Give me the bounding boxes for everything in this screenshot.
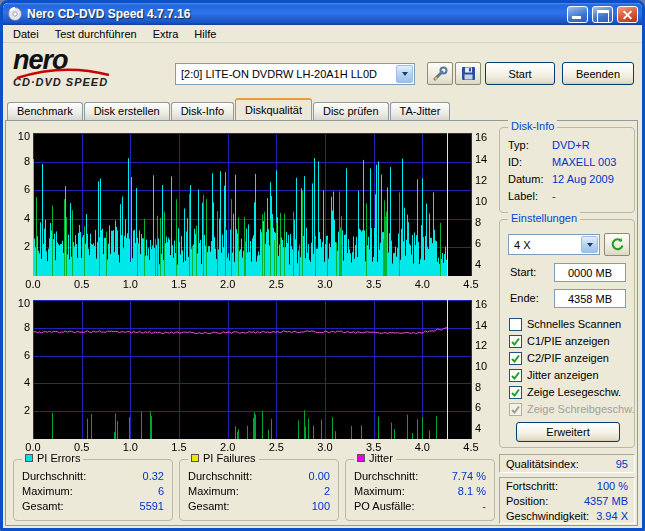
progress-label: Fortschritt: bbox=[506, 480, 558, 492]
stat-label: Durchschnitt: bbox=[354, 470, 418, 484]
stat-value: 8.1 % bbox=[458, 485, 486, 499]
exit-button[interactable]: Beenden bbox=[562, 62, 634, 85]
info-label: ID: bbox=[508, 156, 552, 171]
checkbox-box[interactable] bbox=[509, 369, 522, 382]
stat-value: - bbox=[482, 500, 486, 514]
info-value: DVD+R bbox=[552, 139, 628, 154]
stat-label: Durchschnitt: bbox=[188, 470, 252, 484]
pi-errors-chart bbox=[13, 127, 497, 291]
checkbox-box[interactable] bbox=[509, 318, 522, 331]
save-button[interactable] bbox=[455, 62, 481, 85]
settings-group: Einstellungen 4 X Start: Ende: Schnelles bbox=[499, 219, 635, 448]
pi-failures-legend-swatch bbox=[191, 454, 199, 462]
advanced-button[interactable]: Erweitert bbox=[516, 422, 620, 442]
stat-value: 5591 bbox=[140, 500, 164, 514]
progress-value: 100 % bbox=[597, 480, 628, 492]
tab-diskqualitaet[interactable]: Diskqualität bbox=[235, 98, 312, 120]
start-button[interactable]: Start bbox=[485, 62, 555, 85]
stat-label: Maximum: bbox=[188, 485, 239, 499]
stat-label: Maximum: bbox=[354, 485, 405, 499]
refresh-button[interactable] bbox=[604, 233, 630, 256]
info-label: Typ: bbox=[508, 139, 552, 154]
checkbox-box[interactable] bbox=[509, 335, 522, 348]
drive-select-dropdown-button[interactable] bbox=[396, 65, 413, 83]
tab-benchmark[interactable]: Benchmark bbox=[7, 102, 83, 120]
checkbox-box[interactable] bbox=[509, 386, 522, 399]
checkbox-c1-pie-anzeigen[interactable]: C1/PIE anzeigen bbox=[509, 333, 610, 349]
disk-info-group-title: Disk-Info bbox=[508, 120, 557, 132]
quality-index-panel: Qualitätsindex: 95 bbox=[499, 454, 635, 473]
refresh-icon bbox=[610, 237, 625, 252]
info-value: 12 Aug 2009 bbox=[552, 173, 628, 188]
minimize-button[interactable] bbox=[567, 6, 588, 23]
pi-failures-group-title: PI Failures bbox=[188, 452, 259, 464]
checkbox-box[interactable] bbox=[509, 352, 522, 365]
menu-test-durchfuehren[interactable]: Test durchführen bbox=[47, 26, 145, 42]
speed-select-value: 4 X bbox=[509, 239, 580, 251]
checkbox-schnelles-scannen[interactable]: Schnelles Scannen bbox=[509, 316, 621, 332]
checkbox-label: Jitter anzeigen bbox=[527, 369, 599, 381]
checkbox-c2-pif-anzeigen[interactable]: C2/PIF anzeigen bbox=[509, 350, 609, 366]
settings-group-title: Einstellungen bbox=[508, 212, 580, 224]
stat-value: 6 bbox=[158, 485, 164, 499]
disc-quality-tab-page: PI Errors Durchschnitt:0.32 Maximum:6 Ge… bbox=[5, 120, 638, 526]
nero-swoosh-icon bbox=[15, 68, 111, 80]
maximize-button[interactable] bbox=[592, 6, 613, 23]
floppy-disk-icon bbox=[461, 66, 476, 81]
menu-extra[interactable]: Extra bbox=[145, 26, 187, 42]
checkbox-label: Zeige Lesegeschw. bbox=[527, 386, 621, 398]
checkbox-zeige-lesegeschw[interactable]: Zeige Lesegeschw. bbox=[509, 384, 621, 400]
checkbox-label: Zeige Schreibgeschw. bbox=[527, 403, 635, 415]
position-label: Position: bbox=[506, 495, 548, 507]
speed-select-dropdown-button[interactable] bbox=[581, 236, 598, 253]
menu-datei[interactable]: Datei bbox=[5, 26, 47, 42]
options-button[interactable] bbox=[427, 62, 453, 85]
end-field-label: Ende: bbox=[510, 292, 539, 304]
start-position-field[interactable] bbox=[554, 263, 626, 282]
pi-errors-group-title: PI Errors bbox=[22, 452, 83, 464]
wrench-icon bbox=[432, 66, 448, 82]
tab-ta-jitter[interactable]: TA-Jitter bbox=[390, 102, 451, 120]
close-button[interactable] bbox=[617, 6, 638, 23]
quality-index-value: 95 bbox=[616, 458, 628, 470]
drive-select-value: [2:0] LITE-ON DVDRW LH-20A1H LL0D bbox=[176, 68, 395, 80]
stat-value: 7.74 % bbox=[452, 470, 486, 484]
app-window: Nero CD-DVD Speed 4.7.7.16 Datei Test du… bbox=[0, 0, 645, 531]
info-value: - bbox=[552, 190, 628, 205]
tab-disk-info[interactable]: Disk-Info bbox=[171, 102, 234, 120]
drive-select-combobox[interactable]: [2:0] LITE-ON DVDRW LH-20A1H LL0D bbox=[175, 63, 415, 85]
jitter-legend-swatch bbox=[357, 454, 365, 462]
checkbox-zeige-schreibgeschw[interactable]: Zeige Schreibgeschw. bbox=[509, 401, 635, 417]
tab-disc-pruefen[interactable]: Disc prüfen bbox=[313, 102, 389, 120]
checkbox-label: C1/PIE anzeigen bbox=[527, 335, 610, 347]
checkbox-box[interactable] bbox=[509, 403, 522, 416]
checkbox-label: C2/PIF anzeigen bbox=[527, 352, 609, 364]
quality-index-label: Qualitätsindex: bbox=[506, 458, 579, 470]
end-position-field[interactable] bbox=[554, 289, 626, 308]
stat-label: Durchschnitt: bbox=[22, 470, 86, 484]
pi-errors-title-text: PI Errors bbox=[37, 452, 80, 464]
stat-value: 0.32 bbox=[143, 470, 164, 484]
stat-value: 0.00 bbox=[309, 470, 330, 484]
tab-disk-erstellen[interactable]: Disk erstellen bbox=[84, 102, 170, 120]
speed-label: Geschwindigkeit: bbox=[506, 510, 589, 522]
menu-hilfe[interactable]: Hilfe bbox=[186, 26, 224, 42]
stat-label: Maximum: bbox=[22, 485, 73, 499]
stat-label: PO Ausfälle: bbox=[354, 500, 415, 514]
info-label: Label: bbox=[508, 190, 552, 205]
speed-select-combobox[interactable]: 4 X bbox=[508, 234, 600, 255]
title-bar[interactable]: Nero CD-DVD Speed 4.7.7.16 bbox=[3, 3, 642, 25]
info-label: Datum: bbox=[508, 173, 552, 188]
pi-failures-title-text: PI Failures bbox=[203, 452, 256, 464]
checkbox-label: Schnelles Scannen bbox=[527, 318, 621, 330]
pi-failures-group: PI Failures Durchschnitt:0.00 Maximum:2 … bbox=[179, 459, 339, 521]
nero-logo: nero CD·DVD SPEED bbox=[13, 48, 163, 96]
stat-value: 100 bbox=[312, 500, 330, 514]
info-value: MAXELL 003 bbox=[552, 156, 628, 171]
window-title: Nero CD-DVD Speed 4.7.7.16 bbox=[27, 7, 563, 21]
position-value: 4357 MB bbox=[584, 495, 628, 507]
jitter-group-title: Jitter bbox=[354, 452, 396, 464]
start-field-label: Start: bbox=[510, 266, 536, 278]
app-disc-icon bbox=[7, 6, 23, 22]
checkbox-jitter-anzeigen[interactable]: Jitter anzeigen bbox=[509, 367, 599, 383]
